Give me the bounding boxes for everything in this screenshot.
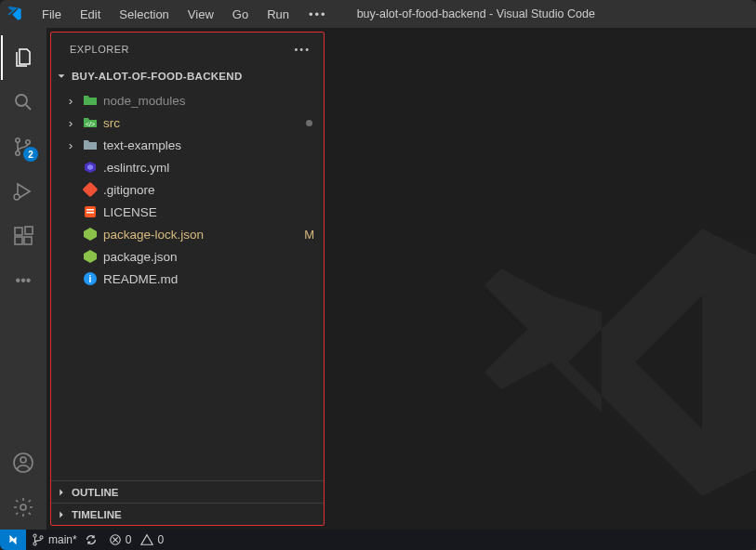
- activity-debug[interactable]: [1, 169, 46, 214]
- activity-bar: 2 •••: [0, 28, 46, 530]
- extensions-icon: [12, 225, 34, 247]
- folder-icon: [83, 138, 98, 152]
- menu-go[interactable]: Go: [224, 0, 257, 28]
- chevron-right-icon: [55, 486, 68, 499]
- svg-text:i: i: [89, 274, 92, 284]
- remote-icon: [7, 533, 20, 546]
- git-icon: [83, 182, 98, 197]
- chevron-right-icon: ›: [64, 116, 77, 130]
- branch-status[interactable]: main*: [26, 530, 103, 550]
- tree-label: package.json: [103, 250, 178, 264]
- svg-point-23: [33, 534, 36, 537]
- play-bug-icon: [12, 180, 34, 203]
- tree-file-readme[interactable]: › i README.md: [51, 268, 324, 290]
- warning-count: 0: [157, 533, 164, 546]
- svg-rect-6: [15, 237, 22, 244]
- tree-folder-src[interactable]: › </> src: [51, 111, 324, 134]
- folder-src-icon: </>: [83, 115, 98, 130]
- chevron-down-icon: [55, 70, 68, 83]
- activity-scm[interactable]: 2: [1, 124, 46, 169]
- sync-icon: [85, 533, 98, 546]
- menu-selection[interactable]: Selection: [111, 0, 177, 28]
- eslint-icon: [83, 160, 98, 175]
- editor-area: [325, 28, 756, 530]
- svg-rect-15: [83, 182, 98, 197]
- tree-file-license[interactable]: › LICENSE: [51, 201, 324, 223]
- activity-account[interactable]: [1, 440, 46, 485]
- svg-marker-20: [84, 250, 97, 263]
- explorer-sidebar: EXPLORER ••• BUY-ALOT-OF-FOOD-BACKEND › …: [50, 32, 325, 526]
- section-label: TIMELINE: [72, 509, 122, 520]
- svg-rect-17: [86, 209, 94, 211]
- error-icon: [109, 533, 122, 546]
- svg-point-4: [14, 194, 20, 200]
- gear-icon: [12, 496, 34, 518]
- scm-badge: 2: [23, 147, 38, 162]
- tree-file-gitignore[interactable]: › .gitignore: [51, 178, 324, 201]
- status-bar: main* 0 0: [0, 530, 756, 550]
- outline-section[interactable]: OUTLINE: [51, 480, 324, 503]
- tree-folder-node_modules[interactable]: › node_modules: [51, 89, 324, 111]
- project-section[interactable]: BUY-ALOT-OF-FOOD-BACKEND: [51, 65, 324, 87]
- tree-file-package[interactable]: › package.json: [51, 245, 324, 268]
- tree-label: LICENSE: [103, 205, 157, 219]
- tree-label: text-examples: [103, 138, 181, 152]
- section-label: OUTLINE: [72, 487, 118, 498]
- menu-edit[interactable]: Edit: [72, 0, 109, 28]
- explorer-actions[interactable]: •••: [294, 44, 311, 55]
- tree-folder-text-examples[interactable]: › text-examples: [51, 134, 324, 156]
- svg-text:</>: </>: [86, 121, 95, 127]
- activity-explorer[interactable]: [1, 35, 46, 80]
- activity-extensions[interactable]: [1, 214, 46, 258]
- activity-settings[interactable]: [1, 485, 46, 530]
- menu-run[interactable]: Run: [259, 0, 298, 28]
- timeline-section[interactable]: TIMELINE: [51, 503, 324, 525]
- vscode-logo-icon: [7, 7, 22, 21]
- nodejs-icon: [83, 249, 98, 264]
- menu-file[interactable]: File: [33, 0, 70, 28]
- license-icon: [83, 204, 98, 219]
- svg-rect-8: [25, 227, 33, 234]
- svg-point-3: [26, 140, 30, 144]
- tree-label: .gitignore: [103, 183, 155, 197]
- problems-status[interactable]: 0 0: [103, 530, 169, 550]
- project-name: BUY-ALOT-OF-FOOD-BACKEND: [72, 71, 243, 82]
- tree-file-package-lock[interactable]: › package-lock.json M: [51, 223, 324, 245]
- tree-label: .eslintrc.yml: [103, 161, 169, 175]
- svg-point-10: [20, 457, 26, 463]
- error-count: 0: [126, 533, 132, 546]
- chevron-right-icon: ›: [64, 138, 77, 152]
- tree-label: package-lock.json: [103, 228, 204, 242]
- nodejs-icon: [83, 227, 98, 242]
- window-title: buy-alot-of-food-backend - Visual Studio…: [357, 7, 595, 20]
- explorer-header: EXPLORER •••: [51, 33, 324, 65]
- svg-rect-18: [86, 212, 94, 214]
- warning-icon: [140, 533, 153, 546]
- svg-point-25: [40, 536, 43, 539]
- account-icon: [12, 452, 34, 474]
- menu-view[interactable]: View: [179, 0, 222, 28]
- file-tree: › node_modules › </> src › text-examples…: [51, 87, 324, 480]
- svg-point-24: [33, 543, 36, 545]
- activity-more[interactable]: •••: [1, 258, 46, 303]
- vscode-watermark-icon: [468, 195, 756, 530]
- branch-name: main*: [48, 533, 77, 546]
- modified-dot-icon: [306, 120, 312, 126]
- chevron-right-icon: ›: [64, 94, 77, 108]
- tree-file-eslintrc[interactable]: › .eslintrc.yml: [51, 156, 324, 178]
- files-icon: [12, 46, 34, 69]
- tree-label: README.md: [103, 272, 178, 286]
- explorer-title: EXPLORER: [70, 44, 129, 55]
- svg-point-1: [16, 138, 20, 142]
- modified-badge: M: [304, 228, 314, 242]
- svg-marker-19: [84, 228, 97, 241]
- svg-point-11: [20, 504, 26, 510]
- tree-label: node_modules: [103, 94, 186, 108]
- search-icon: [12, 91, 34, 113]
- menu-overflow[interactable]: •••: [299, 7, 337, 21]
- activity-search[interactable]: [1, 80, 46, 124]
- folder-icon: [83, 93, 98, 108]
- tree-label: src: [103, 116, 120, 130]
- remote-button[interactable]: [0, 530, 26, 550]
- titlebar: File Edit Selection View Go Run ••• buy-…: [0, 0, 756, 28]
